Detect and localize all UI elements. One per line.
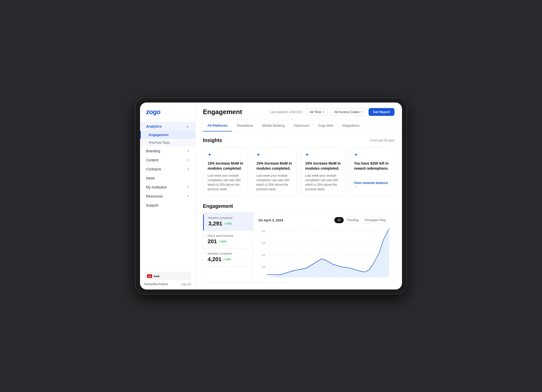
spark-icon-3: ✦: [305, 152, 309, 158]
insight-card-4: ✦ You have $200 left in reward redemptio…: [349, 147, 394, 196]
tab-classroom[interactable]: Classroom: [289, 120, 314, 131]
time-filter-chevron-icon: ▾: [323, 111, 324, 113]
tab-integrations[interactable]: Integrations: [338, 120, 364, 131]
get-report-button[interactable]: Get Report: [369, 108, 394, 116]
modules-value: 3,291 ↗ 15%: [208, 220, 249, 227]
sidebar-item-news[interactable]: News: [140, 174, 195, 183]
tab-zogo-web[interactable]: Zogo Web: [314, 120, 338, 131]
content-chevron-icon: ▾: [188, 158, 189, 162]
hours-value: 201 ↗ 15%: [208, 238, 249, 245]
logo: zogo: [146, 108, 160, 116]
access-codes-dropdown[interactable]: All Access Codes ▾: [330, 108, 366, 116]
branding-chevron-icon: ▾: [188, 149, 189, 153]
sidebar-item-engagement[interactable]: Engagement: [140, 131, 195, 139]
svg-text:30K: 30K: [261, 265, 265, 268]
insight-card-2: ✦ 15% increase MoM in modules completed.…: [252, 147, 297, 196]
stat-block-hours[interactable]: Hours spent learning 201 ↗ 15%: [203, 231, 253, 249]
chart-wrapper: 50K 50K 40K 30K: [258, 226, 389, 279]
engagement-chart: 50K 50K 40K 30K: [258, 226, 389, 279]
stat-block-activities[interactable]: Activities completed 4,201 ↗ 15%: [203, 249, 253, 266]
insight-title-1: 15% increase MoM in modules completed.: [208, 161, 243, 171]
sidebar-item-pre-post-tests[interactable]: Pre/Post Tests: [140, 139, 195, 146]
header-controls: Last updated: 4/29/2024 All Time ▾ All A…: [270, 108, 394, 116]
insight-card-3: ✦ 15% increase MoM in modules completed.…: [300, 147, 346, 196]
device-frame: zogo Analytics ▲ Engagement Pre/Post Tes…: [136, 98, 406, 294]
hours-trend: ↗ 15%: [218, 240, 227, 243]
chart-filter-pineapple-party[interactable]: Pineapple Party: [362, 217, 389, 223]
insight-card-1: ✦ 15% increase MoM in modules completed.…: [203, 147, 248, 196]
tabs-container: All Platforms Standalone Mobile Banking …: [195, 120, 402, 131]
insight-body-2: Last week your module completion rate wa…: [256, 173, 292, 191]
engagement-section: Engagement Modules completed 3,291 ↗: [203, 203, 394, 283]
access-codes-chevron-icon: ▾: [361, 111, 362, 113]
chart-filter-all[interactable]: All: [334, 217, 344, 223]
sidebar-item-analytics[interactable]: Analytics ▲: [140, 122, 195, 131]
resources-chevron-icon: ▾: [188, 194, 189, 198]
spark-icon-2: ✦: [256, 152, 260, 158]
insights-grid: ✦ 15% increase MoM in modules completed.…: [203, 147, 394, 196]
content-area: Insights From last 30 days ✦ 15% increas…: [195, 131, 402, 289]
footer-user: Samantha Patrick Log out: [144, 282, 191, 286]
activities-trend: ↗ 15%: [223, 258, 231, 261]
chart-header: On April 3, 2024 All Trending: [258, 217, 389, 223]
sidebar-item-content[interactable]: Content ▾: [140, 156, 195, 165]
spark-icon-4: ✦: [354, 152, 358, 158]
last-updated-text: Last updated: 4/29/2024: [270, 110, 302, 114]
insights-from-label: From last 30 days: [371, 139, 394, 142]
analytics-submenu: Engagement Pre/Post Tests: [140, 131, 195, 146]
insight-body-3: Last week your module completion rate wa…: [305, 173, 341, 191]
spark-icon-1: ✦: [208, 152, 211, 158]
modules-trend-arrow-icon: ↗: [224, 222, 226, 225]
contracts-chevron-icon: ▾: [188, 167, 189, 171]
activities-trend-arrow-icon: ↗: [223, 258, 225, 261]
chart-filter-trending[interactable]: Trending: [344, 217, 362, 223]
insight-body-1: Last week your module completion rate wa…: [208, 173, 243, 191]
svg-text:50K: 50K: [261, 230, 265, 233]
insight-title-2: 15% increase MoM in modules completed.: [256, 161, 292, 171]
sidebar-item-support[interactable]: Support: [140, 201, 195, 210]
stat-block-modules[interactable]: Modules completed 3,291 ↗ 15%: [203, 213, 253, 231]
engagement-body: Modules completed 3,291 ↗ 15%: [203, 213, 394, 283]
chart-date: On April 3, 2024: [258, 218, 283, 222]
insight-title-3: 15% increase MoM in modules completed.: [305, 161, 341, 171]
view-rewards-link[interactable]: View rewards balance →: [354, 181, 390, 188]
tab-mobile-banking[interactable]: Mobile Banking: [258, 120, 289, 131]
device-screen: zogo Analytics ▲ Engagement Pre/Post Tes…: [140, 103, 402, 289]
page-header: Engagement Last updated: 4/29/2024 All T…: [195, 103, 402, 120]
sidebar-logo: zogo: [140, 103, 195, 120]
bank-logo: us bank: [147, 274, 160, 278]
sidebar-item-branding[interactable]: Branding ▾: [140, 146, 195, 156]
modules-trend: ↗ 15%: [224, 222, 232, 225]
bank-logo-container: us bank: [144, 272, 191, 280]
main-content: Engagement Last updated: 4/29/2024 All T…: [195, 103, 402, 289]
hours-label: Hours spent learning: [208, 234, 249, 237]
svg-text:40K: 40K: [261, 254, 265, 257]
sidebar-item-contracts[interactable]: Contracts ▾: [140, 165, 195, 174]
svg-text:50K: 50K: [261, 242, 265, 245]
engagement-stats: Modules completed 3,291 ↗ 15%: [203, 213, 253, 283]
engagement-section-title: Engagement: [203, 203, 394, 209]
analytics-chevron-icon: ▲: [186, 125, 189, 128]
tab-standalone[interactable]: Standalone: [232, 120, 258, 131]
sidebar-item-my-institution[interactable]: My Institution ▾: [140, 183, 195, 192]
chart-filter-group: All Trending Pineapple Party: [334, 217, 389, 223]
modules-label: Modules completed: [208, 216, 249, 219]
sidebar-item-resources[interactable]: Resources ▾: [140, 192, 195, 201]
sidebar-nav: Analytics ▲ Engagement Pre/Post Tests Br…: [140, 120, 195, 268]
page-title: Engagement: [203, 108, 242, 116]
time-filter-dropdown[interactable]: All Time ▾: [306, 108, 328, 116]
tab-all-platforms[interactable]: All Platforms: [203, 120, 232, 131]
user-name: Samantha Patrick: [144, 282, 168, 286]
sidebar: zogo Analytics ▲ Engagement Pre/Post Tes…: [140, 103, 195, 289]
activities-value: 4,201 ↗ 15%: [208, 256, 249, 263]
logout-button[interactable]: Log out: [181, 282, 191, 286]
insights-title: Insights: [203, 137, 222, 143]
sidebar-footer: us bank Samantha Patrick Log out: [140, 268, 195, 289]
chart-area: On April 3, 2024 All Trending: [253, 213, 394, 283]
hours-trend-arrow-icon: ↗: [218, 240, 220, 243]
my-institution-chevron-icon: ▾: [188, 185, 189, 189]
insight-title-4: You have $200 left in reward redemptions…: [354, 161, 390, 171]
insights-section-header: Insights From last 30 days: [203, 137, 394, 143]
activities-label: Activities completed: [208, 252, 249, 255]
